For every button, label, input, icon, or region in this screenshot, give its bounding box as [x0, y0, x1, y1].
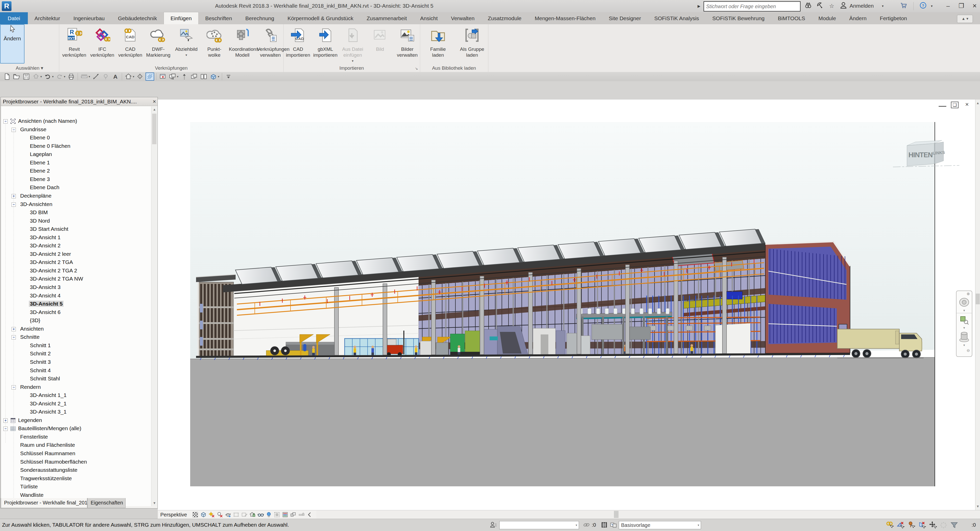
restore-button[interactable]: ❐ — [956, 2, 967, 10]
view-type-label[interactable]: Perspektive — [160, 512, 187, 518]
button-gbxml-importieren[interactable]: gbXMLimportieren — [312, 26, 339, 63]
qat-sync-button[interactable] — [32, 73, 40, 81]
panel-label-verknüpfungen[interactable]: Verknüpfungen — [59, 65, 283, 71]
dropdown-arrow-icon[interactable]: ▾ — [52, 75, 55, 78]
panel-label-importieren[interactable]: Importieren — [283, 65, 420, 71]
workset-select[interactable]: ▾ — [499, 521, 579, 529]
canvas-hscroll-thumb[interactable] — [614, 511, 619, 518]
qat-section-button[interactable] — [136, 73, 145, 81]
qat-dim-button[interactable] — [92, 73, 100, 81]
tab-gebäudetechnik[interactable]: Gebäudetechnik — [111, 12, 164, 24]
qat-tagq-button[interactable] — [101, 73, 110, 81]
search-icon[interactable] — [803, 2, 813, 11]
qat-measure-button[interactable] — [80, 73, 89, 81]
canvas-scroll-down-icon[interactable]: ▼ — [975, 504, 980, 510]
button-cad-importieren[interactable]: CADCADimportieren — [285, 26, 311, 63]
tab-verwalten[interactable]: Verwalten — [444, 12, 481, 24]
tab-ansicht[interactable]: Ansicht — [414, 12, 444, 24]
search-collapse-icon[interactable]: ▸ — [696, 2, 702, 11]
navigation-bar[interactable]: ⊗ ▼ ▼ ▼ ⊖ — [956, 291, 972, 357]
viewbar-wsdisplay-icon[interactable] — [281, 511, 289, 518]
viewbar-cropadj-icon[interactable] — [240, 511, 248, 518]
qat-undo-button[interactable] — [43, 73, 52, 81]
panel-label-aus-bibliothek-laden[interactable]: Aus Bibliothek laden — [420, 65, 488, 71]
qat-redo-button[interactable] — [55, 73, 64, 81]
view-restore-icon[interactable]: ❏ — [951, 102, 959, 108]
zoom-region-icon[interactable] — [956, 315, 972, 326]
qat-print-button[interactable] — [67, 73, 76, 81]
editable-only-icon[interactable] — [582, 521, 591, 529]
tree-item-schlüssel-raumnamen[interactable]: Schlüssel Raumnamen — [1, 450, 151, 458]
design-option-select[interactable]: Basisvorlage▾ — [619, 521, 701, 529]
tree-item-schnitt-stahl[interactable]: Schnitt Stahl — [1, 375, 151, 383]
viewbar-vscale-icon[interactable] — [191, 511, 199, 518]
signin-dropdown-icon[interactable]: ▾ — [880, 2, 885, 11]
tab-berechnung[interactable]: Berechnung — [239, 12, 281, 24]
exchange-apps-cart-icon[interactable] — [899, 2, 909, 11]
close-button[interactable]: × — [969, 2, 980, 10]
scroll-thumb[interactable] — [152, 114, 156, 144]
qat-customize-button[interactable] — [224, 73, 233, 81]
help-icon[interactable]: ? — [918, 2, 928, 11]
button-aus-datei-einfügen[interactable]: Aus Dateieinfügen▾ — [339, 26, 366, 63]
button-verknüpfungen-verwalten[interactable]: Verknüpfungenverwalten — [257, 26, 284, 63]
scroll-up-icon[interactable]: ▲ — [151, 107, 158, 113]
tree-item-ebene-2[interactable]: Ebene 2 — [1, 167, 151, 175]
view-close-icon[interactable]: × — [963, 102, 971, 108]
drawing-vertical-scrollbar[interactable]: ▲ ▼ — [975, 100, 980, 510]
viewbar-houselock-icon[interactable] — [249, 511, 256, 518]
canvas-scroll-up-icon[interactable]: ▲ — [975, 100, 980, 106]
revit-app-icon[interactable]: R — [2, 1, 11, 11]
tree-item-raum-und-flächenliste[interactable]: Raum und Flächenliste — [1, 441, 151, 450]
tab-einfügen[interactable]: Einfügen — [164, 12, 199, 24]
dropdown-arrow-icon[interactable]: ▾ — [218, 75, 220, 78]
tree-item-3d-ansicht-3-1[interactable]: 3D-Ansicht 3_1 — [1, 408, 151, 417]
tree-item-ebene-0-flächen[interactable]: Ebene 0 Flächen — [1, 142, 151, 151]
tree-item-ebene-3[interactable]: Ebene 3 — [1, 175, 151, 184]
tab-bimtools[interactable]: BiMTOOLS — [771, 12, 812, 24]
tree-item-3d-ansicht-2-1[interactable]: 3D-Ansicht 2_1 — [1, 400, 151, 408]
tree-item-3d-bim[interactable]: 3D BIM — [1, 208, 151, 217]
help-dropdown-icon[interactable]: ▾ — [929, 2, 934, 11]
button-bilder-verwalten[interactable]: Bilderverwalten — [394, 26, 420, 63]
dropdown-arrow-icon[interactable]: ▾ — [177, 75, 180, 78]
qat-textA-button[interactable]: A — [111, 73, 120, 81]
tree-item-schnitte[interactable]: −Schnitte — [1, 333, 151, 342]
tree-item-sonderausstattungsliste[interactable]: Sonderausstattungsliste — [1, 466, 151, 475]
project-browser-scrollbar[interactable]: ▲ ▼ — [151, 107, 158, 506]
viewbar-cropg-icon[interactable] — [232, 511, 240, 518]
user-icon[interactable] — [838, 2, 848, 11]
modify-button[interactable]: Ändern — [0, 24, 24, 64]
pan-wheel-icon[interactable] — [956, 330, 972, 343]
canvas-vscroll-thumb[interactable] — [976, 294, 980, 304]
view-minimize-icon[interactable] — [939, 102, 946, 107]
tree-item-schlüssel-raumoberflächen[interactable]: Schlüssel Raumoberflächen — [1, 458, 151, 466]
navbar-dropdown-icon[interactable]: ▼ — [956, 309, 972, 312]
tab-sofistik-analysis[interactable]: SOFiSTiK Analysis — [648, 12, 706, 24]
tree-item-schnitt-2[interactable]: Schnitt 2 — [1, 350, 151, 358]
status-selunder-icon[interactable] — [897, 521, 905, 530]
viewbar-teapot-icon[interactable] — [224, 511, 232, 518]
tree-item-3d-ansicht-2-tga-nw[interactable]: 3D-Ansicht 2 TGA NW — [1, 275, 151, 283]
dropdown-arrow-icon[interactable]: ▾ — [133, 75, 135, 78]
panel-tab-projektbrowser-werkhalle-final[interactable]: Projektbrowser - Werkhalle final_2018_i.… — [1, 498, 87, 508]
steering-wheel-icon[interactable] — [956, 297, 972, 309]
project-browser-close-icon[interactable]: × — [153, 97, 156, 106]
tree-item-ansichten-nach-namen-[interactable]: −Ansichten (nach Namen) — [1, 117, 151, 126]
viewbar-sunx-icon[interactable] — [208, 511, 215, 518]
tree-item-3d-ansicht-2-tga[interactable]: 3D-Ansicht 2 TGA — [1, 258, 151, 267]
button-abziehbild[interactable]: Abziehbild▾ — [173, 26, 200, 63]
status-funnel-icon[interactable] — [950, 521, 958, 530]
tree-item-ansichten[interactable]: +Ansichten — [1, 325, 151, 334]
button-familie-laden[interactable]: Familieladen — [422, 26, 455, 63]
viewbar-bulb-icon[interactable] — [265, 511, 273, 518]
qat-new-button[interactable] — [3, 73, 11, 81]
project-browser-title[interactable]: Projektbrowser - Werkhalle final_2018_in… — [1, 97, 158, 106]
tree-item-3d-ansicht-6[interactable]: 3D-Ansicht 6 — [1, 308, 151, 317]
tree-item-schnitt-1[interactable]: Schnitt 1 — [1, 342, 151, 350]
status-sellink-icon[interactable] — [886, 521, 894, 530]
button-cad-verknüpfen[interactable]: CADCADverknüpfen — [117, 26, 144, 63]
viewbar-displace-icon[interactable] — [290, 511, 297, 518]
tree-item-schnitt-4[interactable]: Schnitt 4 — [1, 367, 151, 375]
dropdown-arrow-icon[interactable]: ▾ — [64, 75, 66, 78]
